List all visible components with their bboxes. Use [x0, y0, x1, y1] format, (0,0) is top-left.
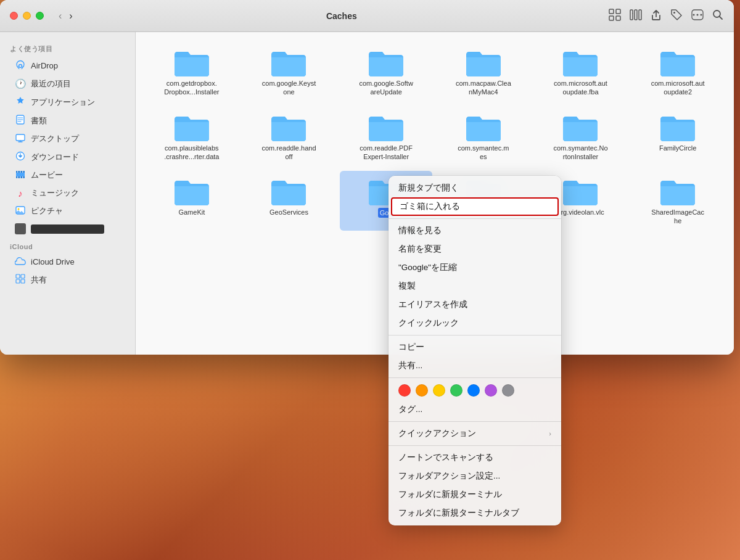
list-item[interactable]: GeoServices	[243, 171, 335, 231]
color-blue[interactable]	[467, 384, 480, 397]
traffic-lights	[10, 12, 44, 20]
sidebar-item-recents[interactable]: 🕐 最近の項目	[5, 75, 130, 93]
svg-rect-31	[21, 279, 25, 283]
sidebar-item-airdrop[interactable]: AirDrop	[5, 57, 130, 75]
context-menu-separator	[388, 421, 561, 422]
sidebar-section-icloud: iCloud	[0, 238, 135, 253]
sidebar-item-downloads[interactable]: ダウンロード	[5, 148, 130, 166]
sidebar-item-music[interactable]: ♪ ミュージック	[5, 184, 130, 202]
svg-rect-4	[630, 10, 633, 20]
context-menu-item-tags[interactable]: タグ...	[388, 400, 561, 419]
docs-icon	[15, 115, 26, 126]
more-icon[interactable]	[691, 8, 704, 24]
svg-rect-24	[20, 176, 21, 178]
svg-rect-0	[609, 9, 614, 14]
list-item[interactable]: com.readdle.handoff	[243, 107, 335, 167]
svg-rect-25	[22, 176, 23, 178]
color-red[interactable]	[398, 384, 411, 397]
sidebar-item-pictures[interactable]: ピクチャ	[5, 202, 130, 220]
svg-rect-28	[16, 274, 20, 278]
close-button[interactable]	[10, 12, 18, 20]
list-item[interactable]: com.microsoft.autoupdate2	[631, 42, 724, 102]
svg-rect-3	[616, 16, 620, 20]
svg-point-8	[693, 14, 695, 15]
context-menu-item-norton[interactable]: ノートンでスキャンする	[388, 448, 561, 467]
list-item[interactable]: com.readdle.PDFExpert-Installer	[340, 107, 432, 167]
context-menu-item-share[interactable]: 共有...	[388, 356, 561, 375]
sidebar-item-user[interactable]: ████████████	[5, 220, 130, 237]
list-item[interactable]: SharedImageCache	[631, 171, 724, 231]
context-menu-item-new-tab[interactable]: 新規タブで開く	[388, 179, 561, 197]
context-menu-item-new-terminal-tab[interactable]: フォルダに新規ターミナルタブ	[388, 504, 561, 522]
trash-label: ゴミ箱に入れる	[400, 201, 460, 212]
svg-rect-21	[20, 171, 21, 173]
sidebar-item-pictures-label: ピクチャ	[31, 205, 63, 216]
sidebar-item-downloads-label: ダウンロード	[31, 152, 79, 163]
column-view-icon[interactable]	[629, 8, 643, 24]
color-yellow[interactable]	[433, 384, 445, 397]
context-menu-item-quicklook[interactable]: クイックルック	[388, 314, 561, 332]
color-gray[interactable]	[502, 384, 514, 397]
svg-rect-23	[17, 176, 18, 178]
context-menu-item-folder-action[interactable]: フォルダアクション設定...	[388, 467, 561, 485]
context-menu-item-rename[interactable]: 名前を変更	[388, 240, 561, 258]
file-name: com.microsoft.autoupdate.fba	[554, 79, 607, 97]
list-item[interactable]: com.plausiblelabs.crashre...rter.data	[146, 107, 238, 167]
svg-point-9	[697, 14, 699, 15]
share-label: 共有...	[398, 360, 422, 371]
list-item[interactable]: com.symantec.mes	[437, 107, 530, 167]
list-item[interactable]: com.macpaw.CleanMyMac4	[437, 42, 530, 102]
sidebar-item-icloud-drive[interactable]: iCloud Drive	[5, 253, 130, 270]
file-name: com.readdle.handoff	[261, 144, 316, 162]
duplicate-label: 複製	[398, 281, 416, 292]
fullscreen-button[interactable]	[36, 12, 44, 20]
sidebar-item-apps[interactable]: アプリケーション	[5, 93, 130, 111]
context-menu-item-compress[interactable]: "Google"を圧縮	[388, 258, 561, 277]
tag-icon[interactable]	[670, 8, 683, 24]
context-menu-item-duplicate[interactable]: 複製	[388, 277, 561, 295]
back-button[interactable]: ‹	[56, 9, 64, 23]
context-menu-item-new-terminal[interactable]: フォルダに新規ターミナル	[388, 485, 561, 504]
share-icon[interactable]	[650, 8, 662, 24]
list-item[interactable]: com.google.SoftwareUpdate	[340, 42, 432, 102]
color-green[interactable]	[450, 384, 462, 397]
list-item[interactable]: com.getdropbox.Dropbox...Installer	[146, 42, 238, 102]
context-menu-separator	[388, 218, 561, 219]
submenu-chevron-icon: ›	[549, 430, 551, 437]
list-item[interactable]: FamilyCircle	[631, 107, 724, 167]
svg-point-10	[701, 14, 702, 15]
color-orange[interactable]	[416, 384, 428, 397]
minimize-button[interactable]	[23, 12, 31, 20]
list-item[interactable]: com.google.Keystone	[243, 42, 335, 102]
downloads-icon	[15, 151, 26, 163]
forward-button[interactable]: ›	[67, 9, 75, 23]
file-name: SharedImageCache	[651, 208, 704, 226]
sidebar-item-docs[interactable]: 書類	[5, 112, 130, 130]
quick-actions-label: クイックアクション	[398, 428, 476, 439]
context-menu-separator	[388, 445, 561, 446]
context-menu-item-trash[interactable]: ゴミ箱に入れる	[391, 197, 559, 216]
icloud-drive-icon	[15, 257, 26, 267]
norton-label: ノートンでスキャンする	[398, 452, 493, 463]
search-icon[interactable]	[712, 9, 724, 23]
file-name: com.symantec.NortonInstaller	[553, 144, 607, 162]
sidebar-section-favorites: よく使う項目	[0, 39, 135, 56]
context-menu-item-quick-actions[interactable]: クイックアクション ›	[388, 424, 561, 443]
context-menu-item-info[interactable]: 情報を見る	[388, 221, 561, 240]
file-name: GameKit	[178, 208, 205, 216]
sidebar-item-movies[interactable]: ムービー	[5, 167, 130, 184]
list-item[interactable]: GameKit	[146, 171, 238, 231]
grid-view-icon[interactable]	[608, 8, 622, 24]
list-item[interactable]: com.symantec.NortonInstaller	[535, 107, 627, 167]
context-menu-item-copy[interactable]: コピー	[388, 338, 561, 356]
sidebar-item-desktop-label: デスクトップ	[31, 133, 79, 144]
sidebar-item-airdrop-label: AirDrop	[31, 61, 58, 70]
sidebar-item-desktop[interactable]: デスクトップ	[5, 130, 130, 147]
svg-point-7	[673, 12, 675, 14]
svg-rect-30	[16, 279, 20, 283]
list-item[interactable]: com.microsoft.autoupdate.fba	[535, 42, 627, 102]
color-purple[interactable]	[485, 384, 497, 397]
alias-label: エイリアスを作成	[398, 299, 467, 310]
sidebar-item-shared[interactable]: 共有	[5, 271, 130, 289]
context-menu-item-alias[interactable]: エイリアスを作成	[388, 295, 561, 314]
